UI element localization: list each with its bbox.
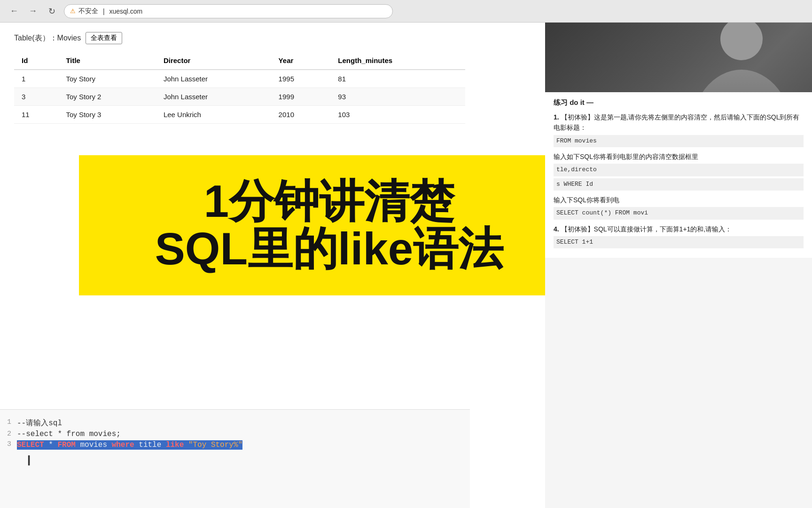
instruction-2-code-a: tle,directo [554, 164, 804, 176]
mouse-cursor-icon: ▎ [28, 455, 35, 466]
url-separator: | [101, 8, 106, 15]
view-all-button[interactable]: 全表查看 [86, 32, 122, 44]
data-table: Id Title Director Year Length_minutes 1 … [14, 52, 465, 124]
col-director: Director [156, 52, 271, 70]
table-header: Id Title Director Year Length_minutes [14, 52, 465, 70]
reload-button[interactable]: ↻ [45, 5, 58, 18]
cell-year: 1999 [271, 88, 331, 106]
code-editor[interactable]: 1 --请输入sql 2 --select * from movies; 3 S… [0, 409, 470, 508]
cell-year: 1995 [271, 70, 331, 88]
instruction-4: 4. 【初体验】SQL可以直接做计算，下面算1+1的和,请输入： SELECT … [554, 224, 804, 249]
instruction-2-text: 输入如下SQL你将看到电影里的内容清空数据框里 [554, 153, 698, 160]
practice-title: 练习 do it — [554, 97, 804, 108]
table-row: 3 Toy Story 2 John Lasseter 1999 93 [14, 88, 465, 106]
instruction-3-code: SELECT count(*) FROM movi [554, 207, 804, 219]
cell-director: Lee Unkrich [156, 106, 271, 124]
forward-button[interactable]: → [26, 5, 39, 18]
table-row: 1 Toy Story John Lasseter 1995 81 [14, 70, 465, 88]
col-year: Year [271, 52, 331, 70]
cell-director: John Lasseter [156, 70, 271, 88]
instruction-3-text: 输入下SQL你将看到电 [554, 196, 619, 204]
cell-length: 81 [330, 70, 465, 88]
security-label: 不安全 [78, 7, 98, 16]
code-line-3: 3 SELECT * FROM movies where title like … [0, 439, 470, 451]
cell-length: 103 [330, 106, 465, 124]
instruction-1-code: FROM movies [554, 135, 804, 147]
table-label: Table(表）：Movies [14, 33, 81, 43]
table-section: Table(表）：Movies 全表查看 Id Title Director Y… [0, 23, 545, 133]
cell-id: 1 [14, 70, 58, 88]
overlay-banner: 1分钟讲清楚 SQL里的like语法 [79, 155, 545, 295]
cell-title: Toy Story [58, 70, 156, 88]
instructions-area: 练习 do it — 1. 【初体验】这是第一题,请你先将左侧里的内容清空，然后… [545, 92, 812, 258]
url-display: xuesql.com [109, 8, 142, 15]
code-line-2: 2 --select * from movies; [0, 429, 470, 439]
cell-director: John Lasseter [156, 88, 271, 106]
banner-line1: 1分钟讲清楚 [204, 178, 454, 225]
person-head [720, 23, 763, 60]
table-header-row: Table(表）：Movies 全表查看 [14, 32, 531, 44]
cell-id: 3 [14, 88, 58, 106]
table-row: 11 Toy Story 3 Lee Unkrich 2010 103 [14, 106, 465, 124]
instruction-1-number: 1. [554, 113, 559, 121]
right-panel: 练习 do it — 1. 【初体验】这是第一题,请你先将左侧里的内容清空，然后… [545, 23, 812, 508]
line-number-3: 3 [0, 440, 17, 448]
warning-icon: ⚠ [70, 8, 76, 15]
line-number-2: 2 [0, 430, 17, 438]
cell-id: 11 [14, 106, 58, 124]
instruction-1: 1. 【初体验】这是第一题,请你先将左侧里的内容清空，然后请输入下面的SQL到所… [554, 112, 804, 147]
cell-title: Toy Story 2 [58, 88, 156, 106]
code-comment-1: --请输入sql [17, 418, 62, 428]
instruction-4-text: 【初体验】SQL可以直接做计算，下面算1+1的和,请输入： [561, 225, 732, 233]
cell-length: 93 [330, 88, 465, 106]
instruction-4-number: 4. [554, 225, 559, 233]
col-title: Title [58, 52, 156, 70]
main-container: Table(表）：Movies 全表查看 Id Title Director Y… [0, 23, 812, 508]
page-content: Table(表）：Movies 全表查看 Id Title Director Y… [0, 23, 545, 508]
code-sql-highlighted: SELECT * FROM movies where title like "T… [17, 440, 242, 450]
instruction-2-code-b: s WHERE Id [554, 178, 804, 190]
cell-year: 2010 [271, 106, 331, 124]
col-length: Length_minutes [330, 52, 465, 70]
code-line-1: 1 --请输入sql [0, 417, 470, 429]
cell-title: Toy Story 3 [58, 106, 156, 124]
col-id: Id [14, 52, 58, 70]
line-number-1: 1 [0, 418, 17, 426]
back-button[interactable]: ← [8, 5, 21, 18]
address-bar[interactable]: ⚠ 不安全 | xuesql.com [64, 4, 393, 18]
instruction-1-text: 【初体验】这是第一题,请你先将左侧里的内容清空，然后请输入下面的SQL到所有电影… [554, 113, 799, 131]
code-comment-2: --select * from movies; [17, 430, 121, 438]
instruction-3: 输入下SQL你将看到电 SELECT count(*) FROM movi [554, 195, 804, 220]
instruction-2: 输入如下SQL你将看到电影里的内容清空数据框里 tle,directo s WH… [554, 152, 804, 190]
banner-line2: SQL里的like语法 [155, 225, 503, 273]
browser-bar: ← → ↻ ⚠ 不安全 | xuesql.com [0, 0, 812, 23]
instruction-4-code: SELECT 1+1 [554, 236, 804, 248]
